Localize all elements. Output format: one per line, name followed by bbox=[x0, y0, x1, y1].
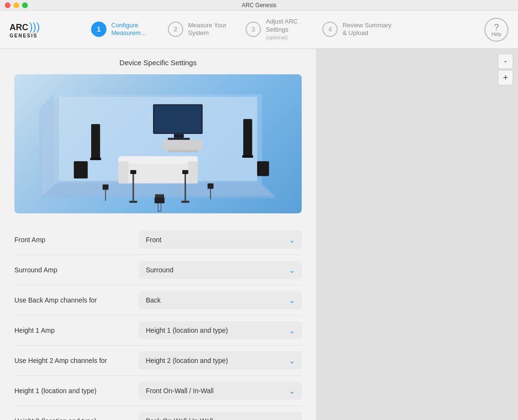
step-2-circle: 2 bbox=[168, 22, 183, 37]
setting-row-1: Surround AmpSurround⌄ bbox=[14, 255, 302, 285]
svg-rect-17 bbox=[257, 161, 269, 176]
step-1[interactable]: 1 ConfigureMeasurem... bbox=[82, 22, 158, 38]
logo: ARC ))) GENESIS bbox=[10, 21, 67, 38]
svg-rect-30 bbox=[155, 194, 164, 198]
svg-rect-24 bbox=[103, 185, 108, 189]
step-2-label: Measure YourSystem bbox=[188, 22, 226, 38]
setting-select-2[interactable]: Back⌄ bbox=[139, 291, 302, 309]
chevron-down-icon-1: ⌄ bbox=[289, 266, 295, 275]
setting-row-0: Front AmpFront⌄ bbox=[14, 225, 302, 255]
setting-value-2: Back bbox=[146, 296, 161, 304]
setting-select-0[interactable]: Front⌄ bbox=[139, 231, 302, 249]
svg-rect-35 bbox=[181, 201, 189, 203]
setting-value-5: Front On-Wall / In-Wall bbox=[146, 387, 213, 395]
svg-rect-7 bbox=[154, 105, 201, 133]
zoom-minus-button[interactable]: - bbox=[498, 54, 513, 69]
svg-rect-27 bbox=[208, 184, 213, 188]
right-panel: - + bbox=[317, 49, 518, 420]
setting-label-6: Height 2 (location and type) bbox=[14, 417, 139, 420]
step-3-optional: (optional) bbox=[266, 34, 297, 41]
room-illustration bbox=[14, 74, 302, 213]
setting-label-0: Front Amp bbox=[14, 236, 139, 244]
svg-rect-32 bbox=[130, 201, 138, 203]
svg-rect-16 bbox=[74, 161, 88, 178]
svg-rect-21 bbox=[188, 161, 198, 183]
svg-rect-33 bbox=[130, 170, 136, 174]
chevron-down-icon-4: ⌄ bbox=[289, 356, 295, 365]
window-controls bbox=[5, 2, 28, 8]
svg-rect-28 bbox=[158, 202, 161, 211]
header: ARC ))) GENESIS 1 ConfigureMeasurem... 2… bbox=[0, 11, 518, 49]
svg-rect-12 bbox=[91, 124, 100, 159]
setting-row-2: Use Back Amp channels forBack⌄ bbox=[14, 285, 302, 315]
zoom-plus-button[interactable]: + bbox=[498, 70, 513, 85]
svg-rect-14 bbox=[243, 119, 252, 156]
settings-list: Front AmpFront⌄Surround AmpSurround⌄Use … bbox=[14, 225, 302, 420]
step-4-circle: 4 bbox=[322, 22, 338, 37]
setting-label-5: Height 1 (location and type) bbox=[14, 387, 139, 395]
logo-sub: GENESIS bbox=[10, 33, 40, 38]
setting-row-6: Height 2 (location and type)Back On-Wall… bbox=[14, 406, 302, 420]
minimize-button[interactable] bbox=[13, 2, 19, 8]
step-2[interactable]: 2 Measure YourSystem bbox=[158, 22, 236, 38]
setting-value-6: Back On-Wall / In-Wall bbox=[146, 417, 213, 420]
setting-value-3: Height 1 (location and type) bbox=[146, 327, 228, 334]
svg-rect-15 bbox=[242, 155, 253, 158]
svg-rect-13 bbox=[90, 158, 101, 160]
app-title: ARC Genesis bbox=[242, 2, 277, 9]
steps-nav: 1 ConfigureMeasurem... 2 Measure YourSys… bbox=[82, 18, 484, 41]
svg-rect-29 bbox=[154, 198, 165, 203]
setting-value-4: Height 2 (location and type) bbox=[146, 357, 228, 364]
help-label: Help bbox=[492, 32, 502, 37]
step-3[interactable]: 3 Adjust ARCSettings (optional) bbox=[236, 18, 313, 41]
setting-select-5[interactable]: Front On-Wall / In-Wall⌄ bbox=[139, 382, 302, 400]
chevron-down-icon-2: ⌄ bbox=[289, 296, 295, 305]
setting-select-6[interactable]: Back On-Wall / In-Wall⌄ bbox=[139, 412, 302, 420]
svg-rect-10 bbox=[163, 140, 203, 150]
svg-rect-9 bbox=[168, 138, 189, 140]
step-3-label: Adjust ARCSettings bbox=[266, 18, 297, 34]
setting-row-5: Height 1 (location and type)Front On-Wal… bbox=[14, 376, 302, 406]
step-1-label: ConfigureMeasurem... bbox=[111, 22, 146, 38]
svg-rect-8 bbox=[174, 134, 184, 138]
svg-rect-20 bbox=[118, 161, 129, 183]
setting-select-4[interactable]: Height 2 (location and type)⌄ bbox=[139, 351, 302, 370]
setting-value-0: Front bbox=[146, 236, 162, 244]
svg-rect-36 bbox=[182, 170, 188, 174]
setting-label-1: Surround Amp bbox=[14, 266, 139, 274]
svg-rect-19 bbox=[118, 156, 198, 163]
section-title: Device Specific Settings bbox=[14, 58, 302, 67]
chevron-down-icon-6: ⌄ bbox=[289, 417, 295, 420]
titlebar: ARC Genesis bbox=[0, 0, 518, 11]
setting-label-2: Use Back Amp channels for bbox=[14, 296, 139, 304]
step-3-circle: 3 bbox=[246, 22, 261, 37]
setting-row-3: Height 1 AmpHeight 1 (location and type)… bbox=[14, 315, 302, 346]
maximize-button[interactable] bbox=[22, 2, 28, 8]
setting-select-1[interactable]: Surround⌄ bbox=[139, 261, 302, 279]
chevron-down-icon-5: ⌄ bbox=[289, 386, 295, 396]
svg-rect-11 bbox=[168, 150, 198, 152]
main-area: Device Specific Settings bbox=[0, 49, 518, 420]
setting-label-4: Use Height 2 Amp channels for bbox=[14, 357, 139, 364]
zoom-controls: - + bbox=[498, 54, 513, 85]
chevron-down-icon-3: ⌄ bbox=[289, 326, 295, 335]
help-icon: ? bbox=[494, 23, 499, 33]
setting-row-4: Use Height 2 Amp channels forHeight 2 (l… bbox=[14, 346, 302, 376]
setting-value-1: Surround bbox=[146, 266, 174, 274]
content-panel: Device Specific Settings bbox=[0, 49, 317, 420]
setting-select-3[interactable]: Height 1 (location and type)⌄ bbox=[139, 321, 302, 339]
chevron-down-icon-0: ⌄ bbox=[289, 235, 295, 245]
step-4[interactable]: 4 Review Summary& Upload bbox=[313, 22, 401, 38]
step-4-label: Review Summary& Upload bbox=[342, 22, 391, 38]
logo-waves: ))) bbox=[29, 21, 40, 33]
svg-marker-4 bbox=[42, 97, 59, 196]
help-button[interactable]: ? Help bbox=[484, 18, 508, 42]
step-1-circle: 1 bbox=[91, 22, 106, 37]
logo-name: ARC bbox=[10, 23, 28, 32]
close-button[interactable] bbox=[5, 2, 11, 8]
setting-label-3: Height 1 Amp bbox=[14, 327, 139, 334]
